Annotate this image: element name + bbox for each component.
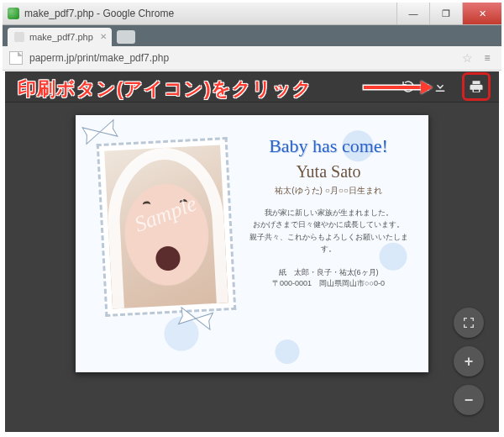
fit-icon — [462, 316, 475, 329]
card-body: 我が家に新しい家族が生まれました。 おかげさまで日々健やかに成長しています。 親… — [244, 207, 413, 255]
page-icon — [9, 51, 23, 65]
maximize-button[interactable]: ❐ — [429, 3, 462, 24]
pdf-page: Baby has come! Yuta Sato 祐太(ゆうた) ○月○○日生ま… — [76, 115, 428, 372]
close-window-button[interactable]: ✕ — [462, 3, 501, 24]
minimize-button[interactable]: ― — [396, 3, 429, 24]
pdf-viewer: Baby has come! Yuta Sato 祐太(ゆうた) ○月○○日生ま… — [5, 71, 499, 432]
print-icon — [469, 79, 484, 94]
window-title: make_pdf7.php - Google Chrome — [24, 8, 396, 19]
baby-photo — [97, 137, 237, 317]
zoom-in-button[interactable]: + — [454, 346, 484, 376]
card-headline: Baby has come! — [244, 135, 413, 157]
tab-strip: make_pdf7.php ✕ — [3, 25, 501, 46]
instruction-annotation: 印刷ボタン(アイコン)をクリック — [18, 76, 312, 102]
annotation-arrow — [364, 83, 439, 92]
zoom-out-button[interactable]: − — [454, 385, 484, 415]
address-bar: paperm.jp/print/make_pdf7.php ☆ ≡ — [3, 46, 501, 71]
close-tab-icon[interactable]: ✕ — [100, 32, 107, 41]
fit-page-button[interactable] — [454, 308, 484, 338]
card-footer: 紙 太郎・良子・祐太(6ヶ月) 〒000-0001 岡山県岡山市○○0-0 — [244, 267, 413, 290]
print-button[interactable] — [466, 76, 486, 97]
card-text: Baby has come! Yuta Sato 祐太(ゆうた) ○月○○日生ま… — [244, 135, 413, 290]
favicon — [14, 32, 24, 42]
url-text[interactable]: paperm.jp/print/make_pdf7.php — [29, 52, 455, 64]
browser-tab[interactable]: make_pdf7.php ✕ — [8, 28, 112, 46]
print-button-highlight — [462, 72, 491, 101]
tab-label: make_pdf7.php — [29, 32, 93, 42]
chrome-menu-icon[interactable]: ≡ — [480, 50, 495, 66]
window-titlebar: make_pdf7.php - Google Chrome ― ❐ ✕ — [3, 3, 501, 25]
new-tab-button[interactable] — [117, 30, 135, 44]
bookmark-star-icon[interactable]: ☆ — [462, 51, 473, 65]
card-reading: 祐太(ゆうた) ○月○○日生まれ — [244, 185, 413, 197]
chrome-app-icon — [8, 8, 19, 19]
card-name: Yuta Sato — [244, 162, 413, 182]
